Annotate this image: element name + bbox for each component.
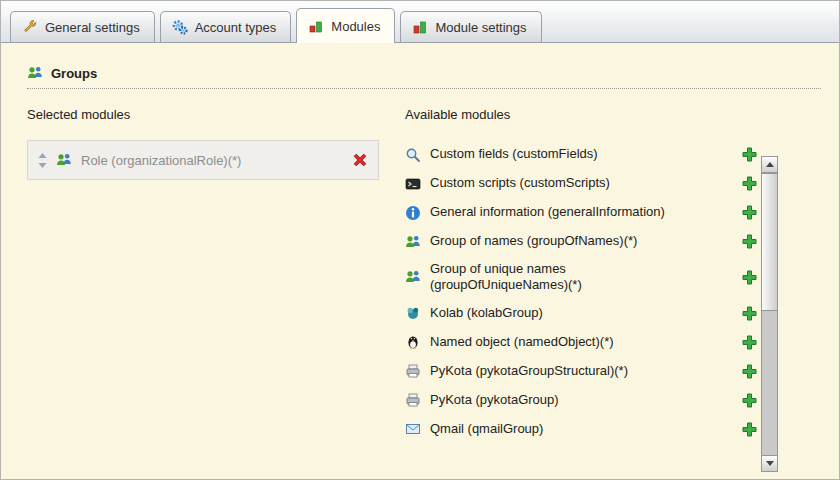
- module-label: Custom scripts (customScripts): [430, 175, 610, 191]
- selected-modules-column: Selected modules: [27, 105, 379, 180]
- magnifier-icon: [405, 147, 421, 163]
- module-label: PyKota (pykotaGroupStructural)(*): [430, 363, 628, 379]
- add-module-button[interactable]: [742, 364, 757, 379]
- info-icon: [405, 205, 421, 221]
- add-module-button[interactable]: [742, 306, 757, 321]
- tab-label: Modules: [331, 19, 380, 34]
- available-module-row: Named object (namedObject)(*): [405, 328, 757, 357]
- group-icon: [405, 234, 421, 250]
- add-module-button[interactable]: [742, 176, 757, 191]
- printer-icon: [405, 363, 421, 379]
- group-icon: [27, 65, 43, 81]
- selected-module-label: Role (organizationalRole)(*): [81, 153, 241, 168]
- tab-account-types[interactable]: Account types: [160, 11, 292, 42]
- selected-module-row[interactable]: Role (organizationalRole)(*): [27, 140, 379, 180]
- tab-label: Account types: [195, 20, 277, 35]
- selected-modules-heading: Selected modules: [27, 107, 379, 122]
- module-label: Kolab (kolabGroup): [430, 305, 543, 321]
- module-label: Group of unique names (groupOfUniqueName…: [430, 261, 692, 294]
- module-label: Group of names (groupOfNames)(*): [430, 233, 637, 249]
- available-module-row: General information (generalInformation): [405, 198, 757, 227]
- module-label: PyKota (pykotaGroup): [430, 392, 559, 408]
- gears-icon: [172, 19, 188, 35]
- available-modules-scrollbar[interactable]: [761, 156, 778, 472]
- module-label: Named object (namedObject)(*): [430, 334, 614, 350]
- available-modules-heading: Available modules: [405, 107, 757, 122]
- tab-bar: General settings Account types Modul: [1, 1, 839, 43]
- add-module-button[interactable]: [742, 270, 757, 285]
- module-label: Qmail (qmailGroup): [430, 421, 543, 437]
- available-module-row: Custom fields (customFields): [405, 140, 757, 169]
- scroll-up-button[interactable]: [762, 157, 777, 173]
- add-module-button[interactable]: [742, 234, 757, 249]
- arrow-down-icon: [766, 461, 774, 466]
- remove-module-button[interactable]: [352, 152, 368, 168]
- add-module-button[interactable]: [742, 393, 757, 408]
- scroll-down-button[interactable]: [762, 455, 777, 471]
- tab-modules[interactable]: Modules: [296, 8, 395, 43]
- available-module-row: Kolab (kolabGroup): [405, 299, 757, 328]
- scrollbar-thumb[interactable]: [762, 173, 777, 311]
- printer-icon: [405, 392, 421, 408]
- tab-label: Module settings: [435, 20, 526, 35]
- add-module-button[interactable]: [742, 335, 757, 350]
- available-module-row: PyKota (pykotaGroupStructural)(*): [405, 357, 757, 386]
- modules-icon: [308, 18, 324, 34]
- section-title: Groups: [51, 66, 97, 81]
- group-icon: [56, 152, 72, 168]
- wrench-icon: [22, 19, 38, 35]
- add-module-button[interactable]: [742, 422, 757, 437]
- arrow-up-icon: [766, 162, 774, 167]
- available-modules-list: Custom fields (customFields): [405, 140, 757, 444]
- kolab-icon: [405, 305, 421, 321]
- available-module-row: PyKota (pykotaGroup): [405, 386, 757, 415]
- available-module-row: Group of names (groupOfNames)(*): [405, 227, 757, 256]
- group-icon: [405, 269, 421, 285]
- modules-panel: Groups Selected modules: [1, 43, 839, 444]
- tab-module-settings[interactable]: Module settings: [400, 11, 541, 42]
- module-label: Custom fields (customFields): [430, 146, 598, 162]
- tux-icon: [405, 334, 421, 350]
- section-header-groups: Groups: [27, 65, 821, 89]
- add-module-button[interactable]: [742, 147, 757, 162]
- script-icon: [405, 176, 421, 192]
- tab-general-settings[interactable]: General settings: [10, 11, 155, 42]
- drag-handle-icon[interactable]: [38, 153, 47, 168]
- available-module-row: Custom scripts (customScripts): [405, 169, 757, 198]
- mail-icon: [405, 421, 421, 437]
- available-module-row: Group of unique names (groupOfUniqueName…: [405, 256, 757, 299]
- module-label: General information (generalInformation): [430, 204, 665, 220]
- available-module-row: Qmail (qmailGroup): [405, 415, 757, 444]
- lam-configuration-window: General settings Account types Modul: [0, 0, 840, 480]
- add-module-button[interactable]: [742, 205, 757, 220]
- tab-label: General settings: [45, 20, 140, 35]
- available-modules-column: Available modules Custom fields (customF…: [405, 105, 757, 444]
- module-settings-icon: [412, 19, 428, 35]
